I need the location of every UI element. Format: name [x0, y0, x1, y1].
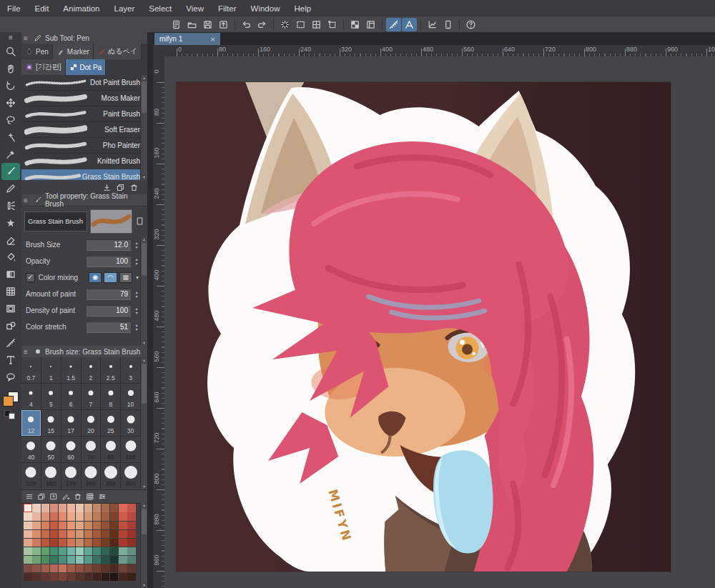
color-swatch[interactable] [67, 573, 75, 581]
color-swatch[interactable] [76, 539, 84, 547]
color-swatch[interactable] [41, 530, 49, 538]
color-swatch[interactable] [119, 522, 127, 529]
color-swatch[interactable] [127, 556, 135, 564]
color-swatch[interactable] [32, 504, 40, 512]
brush-size-70[interactable]: 70 [82, 437, 101, 462]
color-swatch[interactable] [110, 547, 118, 555]
color-swatch[interactable] [84, 504, 92, 512]
brush-size-4[interactable]: 4 [21, 384, 41, 409]
color-swatch[interactable] [59, 547, 66, 555]
brush-size-150[interactable]: 150 [41, 463, 61, 489]
tool-frame-border[interactable] [1, 300, 20, 317]
foreground-color-swatch[interactable] [3, 396, 14, 407]
color-swatch[interactable] [24, 512, 31, 520]
trash-button[interactable] [129, 183, 139, 192]
subtool-tab-item[interactable]: ぬるペイ [94, 44, 142, 59]
brush-item-dot-paint-brush[interactable]: Dot Paint Brush [21, 75, 147, 91]
menu-animation[interactable]: Animation [56, 1, 107, 16]
close-icon[interactable]: × [211, 35, 215, 44]
color-swatch[interactable] [102, 504, 109, 512]
color-swatch[interactable] [127, 512, 135, 520]
tool-figure-shape[interactable] [1, 317, 20, 334]
menu-lines-button[interactable] [25, 492, 34, 501]
color-swatch[interactable] [102, 530, 109, 538]
tool-auto-select-wand[interactable] [1, 129, 20, 146]
tool-airbrush[interactable] [1, 197, 20, 214]
selected-subtool-chip[interactable]: Grass Stain Brush [24, 211, 87, 231]
tool-table-grid[interactable] [1, 283, 20, 300]
checker-button[interactable] [347, 18, 363, 31]
color-swatch[interactable] [59, 573, 66, 581]
panel-menu-icon[interactable]: ≡ [24, 34, 31, 42]
menu-layer[interactable]: Layer [107, 1, 142, 16]
stepper[interactable]: ▴▾ [133, 323, 140, 332]
help-button[interactable] [463, 18, 478, 31]
open-file-button[interactable] [184, 18, 199, 31]
color-swatch[interactable] [76, 573, 84, 581]
color-swatch[interactable] [76, 504, 84, 512]
color-swatch[interactable] [24, 504, 31, 512]
tool-ruler[interactable] [1, 334, 20, 352]
panel-menu-icon[interactable]: ≡ [24, 196, 31, 204]
color-swatch[interactable] [32, 547, 40, 555]
tool-navigate-rotate[interactable] [1, 77, 20, 94]
color-swatch[interactable] [67, 556, 75, 564]
color-swatch[interactable] [84, 573, 92, 581]
brush-item-moss-maker[interactable]: Moss Maker [21, 91, 147, 106]
document-tab[interactable]: mifyn 1 × [154, 33, 220, 45]
color-swatch[interactable] [110, 512, 118, 520]
color-swatch[interactable] [110, 539, 118, 547]
color-swatch[interactable] [102, 573, 109, 581]
color-swatch[interactable] [41, 564, 49, 572]
color-swatch[interactable] [59, 512, 66, 520]
material-panel-button[interactable] [363, 18, 378, 31]
color-swatch[interactable] [59, 539, 66, 547]
color-swatch[interactable] [41, 556, 49, 564]
tool-text[interactable] [1, 352, 20, 369]
color-swatch[interactable] [102, 512, 109, 520]
color-swatch[interactable] [50, 556, 58, 564]
color-swatch[interactable] [32, 564, 40, 572]
color-swatch[interactable] [84, 539, 92, 547]
brush-size-40[interactable]: 40 [21, 437, 41, 462]
color-swatch[interactable] [50, 547, 58, 555]
color-swatch[interactable] [67, 512, 75, 520]
color-swatch[interactable] [84, 522, 92, 529]
tool-gradient[interactable] [1, 266, 20, 283]
panel-menu-icon[interactable]: ≡ [24, 348, 31, 356]
color-swatch[interactable] [84, 547, 92, 555]
brush-size-8[interactable]: 8 [101, 384, 120, 409]
color-swatch[interactable] [59, 504, 66, 512]
color-swatch[interactable] [24, 573, 31, 581]
color-swatch[interactable] [102, 547, 109, 555]
color-swatch[interactable] [76, 547, 84, 555]
color-swatch[interactable] [41, 547, 49, 555]
tool-strip-menu-icon[interactable]: ≡ [0, 32, 21, 43]
property-slider-color-stretch[interactable]: 51 [87, 322, 131, 333]
color-swatch[interactable] [41, 512, 49, 520]
tool-decoration[interactable] [1, 214, 20, 231]
color-swatch[interactable] [59, 522, 66, 529]
color-swatch[interactable] [67, 504, 75, 512]
color-swatch[interactable] [24, 530, 31, 538]
stepper[interactable]: ▴▾ [133, 307, 140, 315]
subtool-tab-pen[interactable]: Pen [21, 44, 53, 59]
menu-window[interactable]: Window [244, 1, 287, 16]
trash-button[interactable] [74, 492, 82, 501]
color-swatch[interactable] [67, 539, 75, 547]
menu-view[interactable]: View [179, 1, 211, 16]
color-swatch[interactable] [127, 547, 135, 555]
duplicate-button[interactable] [37, 492, 46, 501]
brush-size-5[interactable]: 5 [41, 384, 61, 409]
color-swatch[interactable] [50, 539, 58, 547]
subtool-tab-item[interactable]: [기간편] [21, 59, 66, 75]
tool-eyedropper[interactable] [1, 146, 20, 163]
color-swatch[interactable] [67, 547, 75, 555]
color-swatch[interactable] [127, 539, 135, 547]
color-swatch[interactable] [93, 564, 101, 572]
mix-mode-button[interactable]: ◉ [89, 272, 102, 283]
brush-size-6[interactable]: 6 [61, 384, 81, 409]
tool-fill-bucket[interactable] [1, 249, 20, 266]
color-swatch[interactable] [50, 530, 58, 538]
brush-size-200[interactable]: 200 [82, 463, 101, 489]
